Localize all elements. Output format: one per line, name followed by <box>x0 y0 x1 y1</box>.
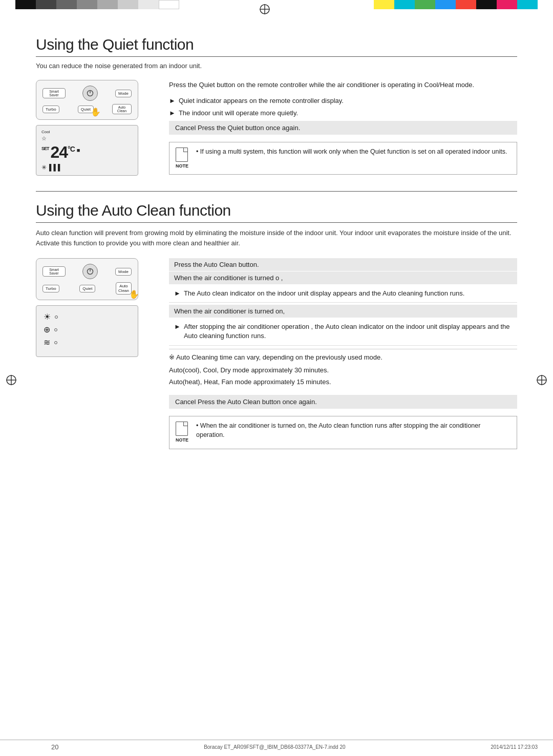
bullet-arrow-1: ► <box>169 96 176 106</box>
bullet-arrow-on: ► <box>174 322 181 331</box>
quiet-remote-control: Smart Saver Mode Turbo Quiet ✋ AutoClean <box>36 80 138 120</box>
temp-number: 24 <box>51 143 68 162</box>
quiet-section-body: Smart Saver Mode Turbo Quiet ✋ AutoClean <box>36 80 517 176</box>
ac-quiet-btn[interactable]: Quiet <box>79 285 95 292</box>
auto-clean-bullet-off: ► The Auto clean indicator on the indoor… <box>174 289 512 298</box>
quiet-note-content: • If using a multi system, this function… <box>196 148 511 170</box>
quiet-bullet-2-text: The indoor unit will operate more quietl… <box>179 109 298 118</box>
temp-icon: ■ <box>77 147 80 153</box>
page-content: Using the Quiet function You can reduce … <box>0 15 553 495</box>
ac-display: ☀ ⊕ ≋ <box>36 305 138 357</box>
quiet-btn-label: Quiet <box>81 107 91 112</box>
when-off-text: When the air conditioner is turned o , <box>174 274 283 282</box>
timing-text: Auto(cool), Cool, Dry mode approximately… <box>169 365 517 388</box>
ac-note-box: NOTE • When the air conditioner is turne… <box>169 416 517 449</box>
bullet-arrow-2: ► <box>169 109 176 118</box>
auto-clean-section-body: SmartSaver Mode Turbo Quiet AutoClean ✋ <box>36 258 517 449</box>
finger-icon: ✋ <box>91 107 101 117</box>
quiet-instruction: Press the Quiet button on the remote con… <box>169 80 517 90</box>
bullet-on-row: ► After stopping the air conditioner ope… <box>169 318 517 345</box>
ac-note-label: NOTE <box>176 437 191 444</box>
display-temp: SET 24 °C ■ <box>41 143 133 162</box>
remote-bottom-row: Turbo Quiet ✋ AutoClean <box>42 104 132 114</box>
signal-icon: ▌▌▌ <box>49 164 62 171</box>
ac-row-wave: ≋ <box>44 338 131 347</box>
smart-saver-btn[interactable]: Smart Saver <box>42 88 66 98</box>
quiet-display-panel: Cool ☆ SET 24 °C ■ ✳ ▌▌▌ <box>36 125 138 176</box>
reg-mark-right <box>536 374 548 386</box>
left-color-bars <box>15 0 210 9</box>
ac-note-doc-icon <box>176 422 188 436</box>
ac-dot-2 <box>54 328 57 331</box>
ac-mode-btn[interactable]: Mode <box>115 268 132 276</box>
quiet-section-intro: You can reduce the noise generated from … <box>36 62 517 70</box>
power-btn[interactable] <box>82 86 98 101</box>
quiet-cancel-text: Cancel Press the Quiet button once again… <box>175 124 300 132</box>
when-off-row: When the air conditioner is turned o , <box>169 271 517 284</box>
display-icons: ✳ ▌▌▌ <box>41 164 133 171</box>
ac-cancel-box: Cancel Press the Auto Clean button once … <box>169 395 517 409</box>
section-divider <box>36 191 517 192</box>
quiet-section-right: Press the Quiet button on the remote con… <box>169 80 517 176</box>
note-doc-icon <box>176 148 188 162</box>
quiet-note-icon: NOTE <box>176 148 191 170</box>
color-bars <box>0 0 553 9</box>
quiet-note-bullet: • <box>196 148 200 155</box>
bullet-arrow-off: ► <box>174 289 181 298</box>
ac-auto-btn[interactable]: AutoClean ✋ <box>116 282 132 295</box>
finger-icon2: ✋ <box>129 289 139 299</box>
quiet-bullet-2: ► The indoor unit will operate more quie… <box>169 109 517 118</box>
asterisk-note: ※ Auto Cleaning time can vary, depending… <box>169 349 517 361</box>
ac-cancel-text: Cancel Press the Auto Clean button once … <box>175 398 317 406</box>
bullet-off-row: ► The Auto clean indicator on the indoor… <box>169 285 517 303</box>
clock-icon: ⊕ <box>44 325 50 334</box>
when-on-text: When the air conditioner is turned on, <box>174 307 285 315</box>
remote-top-row: Smart Saver Mode <box>42 86 132 101</box>
degree-c: °C <box>68 145 75 153</box>
wave-icon: ≋ <box>44 338 50 347</box>
ac-smart-saver-btn[interactable]: SmartSaver <box>42 266 66 277</box>
mode-btn[interactable]: Mode <box>115 90 132 97</box>
ac-note-bullet: • <box>196 422 200 429</box>
ac-dot-3 <box>54 341 57 344</box>
quiet-section-title: Using the Quiet function <box>36 36 517 57</box>
reg-mark-top <box>259 3 271 15</box>
fan-icon: ✳ <box>41 164 47 171</box>
when-on-row: When the air conditioner is turned on, <box>169 305 517 318</box>
sun-icon: ☀ <box>44 312 51 322</box>
footer-date-info: 2014/12/11 17:23:03 <box>491 744 538 750</box>
set-label: SET <box>41 146 49 151</box>
display-cool-label: Cool <box>41 130 133 134</box>
quiet-cancel-box: Cancel Press the Quiet button once again… <box>169 121 517 135</box>
ac-dot-1 <box>55 316 58 319</box>
auto-clean-section-title: Using the Auto Clean function <box>36 202 517 223</box>
auto-clean-bullet-off-text: The Auto clean indicator on the indoor u… <box>184 289 465 298</box>
ac-row-sun: ☀ <box>44 312 131 322</box>
footer-file-info: Boracay ET_AR09FSFT@_IBIM_DB68-03377A_EN… <box>204 744 345 750</box>
page-footer: 20 Boracay ET_AR09FSFT@_IBIM_DB68-03377A… <box>0 740 553 751</box>
ac-turbo-btn[interactable]: Turbo <box>42 285 59 292</box>
auto-clean-bullet-on-text: After stopping the air conditioner opera… <box>184 322 512 341</box>
asterisk-note-text: ※ Auto Cleaning time can vary, depending… <box>169 353 382 361</box>
auto-clean-small-btn[interactable]: AutoClean <box>112 104 132 114</box>
quiet-note-box: NOTE • If using a multi system, this fun… <box>169 142 517 175</box>
reg-mark-left <box>5 374 17 386</box>
quiet-note-text: If using a multi system, this function w… <box>200 148 507 155</box>
ac-power-btn[interactable] <box>82 264 98 279</box>
ac-note-icon: NOTE <box>176 422 191 444</box>
quiet-bullet-1: ► Quiet indicator appears on the remote … <box>169 96 517 106</box>
ac-row-clock: ⊕ <box>44 325 131 334</box>
ac-remote-bottom-row: Turbo Quiet AutoClean ✋ <box>42 282 132 295</box>
press-auto-clean-text: Press the Auto Clean button. <box>174 261 259 268</box>
timing1-text: Auto(cool), Cool, Dry mode approximately… <box>169 365 517 376</box>
quiet-btn[interactable]: Quiet ✋ <box>78 106 94 113</box>
turbo-btn[interactable]: Turbo <box>42 106 59 113</box>
ac-note-text: When the air conditioner is turned on, t… <box>196 422 480 438</box>
right-color-bars <box>374 0 538 9</box>
page-number: 20 <box>51 743 58 751</box>
ac-note-content: • When the air conditioner is turned on,… <box>196 422 511 444</box>
auto-clean-section-right: Press the Auto Clean button. When the ai… <box>169 258 517 449</box>
ac-remote-top-row: SmartSaver Mode <box>42 264 132 279</box>
timing2-text: Auto(heat), Heat, Fan mode approximately… <box>169 377 517 388</box>
auto-clean-bullet-on: ► After stopping the air conditioner ope… <box>174 322 512 341</box>
